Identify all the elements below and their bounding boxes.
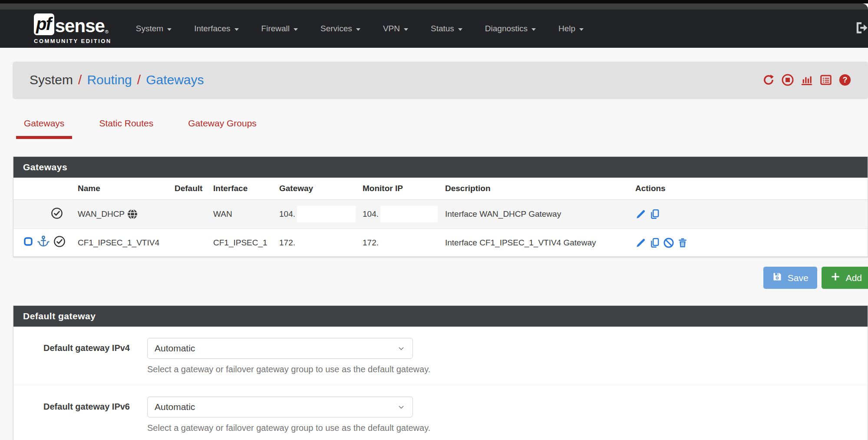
gateway-ip-text: 104. <box>279 209 295 219</box>
row1-left-icons <box>13 200 74 229</box>
add-button-label: Add <box>846 273 862 283</box>
help-icon[interactable]: ? <box>838 73 851 86</box>
redaction-box <box>297 206 356 222</box>
breadcrumb-routing-link[interactable]: Routing <box>87 73 132 87</box>
monitor-ip-cell: 104. <box>359 200 442 229</box>
col-monitor-ip: Monitor IP <box>359 178 442 200</box>
menu-firewall[interactable]: Firewall <box>250 18 309 40</box>
breadcrumb-separator: / <box>78 73 82 87</box>
gateway-name: CF1_IPSEC_1_VTIV4 <box>74 229 171 257</box>
default-gateway-ipv6-select[interactable]: Automatic <box>147 397 413 417</box>
save-icon <box>772 271 782 284</box>
description-cell: Interface CF1_IPSEC_1_VTIV4 Gateway <box>442 229 620 257</box>
menu-diagnostics[interactable]: Diagnostics <box>474 18 547 40</box>
chevron-down-icon <box>579 28 584 31</box>
menu-status[interactable]: Status <box>419 18 474 40</box>
form-row-ipv4: Default gateway IPv4 Automatic Select a … <box>13 327 868 385</box>
chevron-down-icon <box>404 28 408 31</box>
chevron-down-icon <box>531 28 536 31</box>
top-navbar: pf sense ® COMMUNITY EDITION System Inte… <box>0 10 868 48</box>
description-cell: Interface WAN_DHCP Gateway <box>442 200 620 229</box>
stop-icon[interactable] <box>781 73 794 86</box>
interface-cell: CF1_IPSEC_1 <box>210 229 276 257</box>
plus-icon <box>830 271 841 284</box>
gateways-panel: Gateways Name Default Interface Gateway … <box>13 156 868 257</box>
save-button-label: Save <box>788 273 809 283</box>
col-default: Default <box>171 178 210 200</box>
menu-help-label: Help <box>558 24 575 33</box>
gateway-name-text: WAN_DHCP <box>78 209 125 219</box>
breadcrumb: System / Routing / Gateways ? <box>13 62 868 98</box>
delete-icon[interactable] <box>677 237 688 248</box>
copy-icon[interactable] <box>649 237 660 248</box>
edit-icon[interactable] <box>635 237 647 248</box>
save-button[interactable]: Save <box>763 267 817 289</box>
sign-out-icon[interactable] <box>851 18 868 40</box>
gateway-name: WAN_DHCP <box>74 200 171 229</box>
edit-icon[interactable] <box>635 208 647 220</box>
refresh-icon[interactable] <box>762 73 775 86</box>
menu-diagnostics-label: Diagnostics <box>485 24 528 33</box>
col-gateway: Gateway <box>276 178 359 200</box>
chevron-down-icon <box>397 344 406 353</box>
chevron-down-icon <box>397 403 406 411</box>
gateway-ip-cell: 104. <box>276 200 359 229</box>
select-value: Automatic <box>155 402 195 412</box>
tab-static-routes[interactable]: Static Routes <box>99 118 153 139</box>
menu-interfaces-label: Interfaces <box>194 24 230 33</box>
logo-sense-text: sense <box>55 17 105 35</box>
check-circle-icon <box>51 207 63 222</box>
chart-icon[interactable] <box>800 73 813 86</box>
monitor-ip-cell: 172. <box>359 229 442 257</box>
default-gateway-ipv4-select[interactable]: Automatic <box>147 338 413 359</box>
table-buttons: Save Add <box>13 267 868 289</box>
anchor-icon <box>37 235 50 250</box>
check-circle-icon <box>53 235 66 250</box>
page-tabs: Gateways Static Routes Gateway Groups <box>24 118 868 139</box>
chevron-down-icon <box>294 28 298 31</box>
select-value: Automatic <box>155 343 195 354</box>
col-actions: Actions <box>620 178 868 200</box>
add-button[interactable]: Add <box>822 267 868 289</box>
menu-vpn[interactable]: VPN <box>372 18 419 40</box>
main-menu: System Interfaces Firewall Services VPN … <box>125 18 595 40</box>
menu-help[interactable]: Help <box>547 18 595 40</box>
logo-registered-mark: ® <box>105 30 109 34</box>
tab-gateway-groups[interactable]: Gateway Groups <box>188 118 257 139</box>
gateways-panel-title: Gateways <box>13 157 868 178</box>
breadcrumb-system: System <box>30 73 73 87</box>
menu-interfaces[interactable]: Interfaces <box>183 18 250 40</box>
svg-text:?: ? <box>843 76 848 84</box>
default-gateway-ipv4-label: Default gateway IPv4 <box>13 338 130 374</box>
menu-services[interactable]: Services <box>309 18 372 40</box>
square-icon <box>23 236 33 249</box>
copy-icon[interactable] <box>649 208 660 220</box>
pfsense-logo[interactable]: pf sense ® COMMUNITY EDITION <box>34 13 112 44</box>
default-cell <box>171 229 210 257</box>
logo-subtitle: COMMUNITY EDITION <box>34 38 112 44</box>
row2-left-icons <box>13 229 74 257</box>
row1-actions <box>620 200 868 229</box>
menu-system-label: System <box>136 24 163 33</box>
default-gateway-panel: Default gateway Default gateway IPv4 Aut… <box>13 305 868 440</box>
tab-gateways[interactable]: Gateways <box>24 118 64 139</box>
default-gateway-panel-title: Default gateway <box>13 306 868 327</box>
col-description: Description <box>442 178 620 200</box>
chevron-down-icon <box>167 28 172 31</box>
ipv4-help-text: Select a gateway or failover gateway gro… <box>147 364 430 374</box>
redaction-box <box>380 206 438 222</box>
row2-actions <box>620 229 868 257</box>
monitor-ip-text: 104. <box>363 209 379 219</box>
menu-system[interactable]: System <box>125 18 183 40</box>
globe-icon <box>127 208 138 220</box>
col-interface: Interface <box>210 178 276 200</box>
gateway-ip-cell: 172. <box>276 229 359 257</box>
breadcrumb-separator: / <box>137 73 141 87</box>
breadcrumb-gateways-link[interactable]: Gateways <box>146 73 204 87</box>
gateways-table: Name Default Interface Gateway Monitor I… <box>13 178 868 257</box>
log-icon[interactable] <box>819 73 832 86</box>
menu-vpn-label: VPN <box>383 24 400 33</box>
browser-chrome-strip <box>0 3 868 10</box>
disable-icon[interactable] <box>663 237 674 248</box>
menu-status-label: Status <box>431 24 454 33</box>
